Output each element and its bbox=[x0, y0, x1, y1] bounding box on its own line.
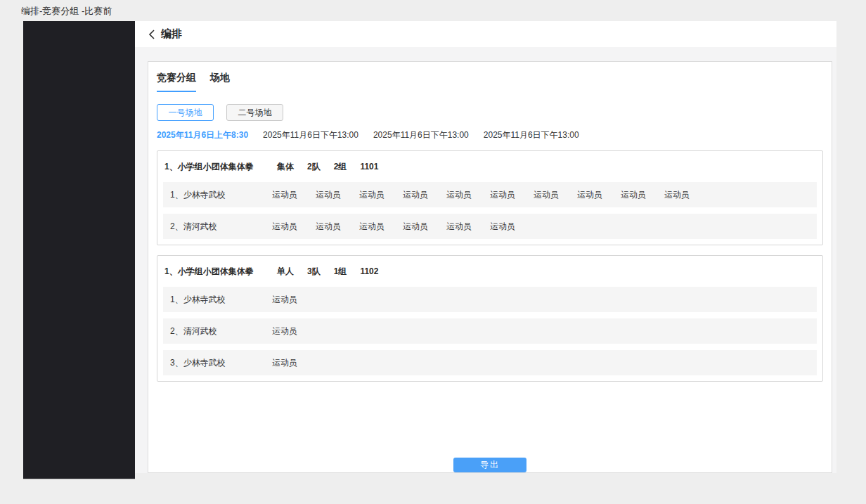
group-code: 1102 bbox=[360, 266, 378, 276]
group-group-count: 1组 bbox=[334, 266, 347, 278]
content-panel: 竞赛分组 场地 一号场地 二号场地 2025年11月6日上午8:30 2025年… bbox=[148, 61, 832, 473]
athlete-label: 运动员 bbox=[316, 221, 359, 233]
group-title: 1、小学组小团体集体拳 bbox=[164, 161, 277, 173]
tab-bar: 竞赛分组 场地 bbox=[157, 72, 823, 92]
athlete-label: 运动员 bbox=[272, 294, 316, 306]
team-name: 3、少林寺武校 bbox=[170, 357, 272, 369]
athlete-label: 运动员 bbox=[359, 221, 403, 233]
team-row: 1、少林寺武校 运动员 运动员 运动员 运动员 运动员 运动员 运动员 运动员 … bbox=[163, 182, 817, 207]
athlete-label: 运动员 bbox=[534, 189, 577, 201]
athlete-label: 运动员 bbox=[446, 221, 490, 233]
group-team-count: 3队 bbox=[307, 266, 321, 278]
athlete-label: 运动员 bbox=[403, 189, 446, 201]
athlete-label: 运动员 bbox=[446, 189, 490, 201]
venue-button-2[interactable]: 二号场地 bbox=[226, 104, 283, 121]
group-group-count: 2组 bbox=[334, 161, 347, 173]
venue-button-1[interactable]: 一号场地 bbox=[157, 104, 214, 121]
team-row: 2、清河武校 运动员 运动员 运动员 运动员 运动员 运动员 bbox=[163, 214, 817, 239]
team-row: 1、少林寺武校 运动员 bbox=[163, 287, 817, 312]
athlete-label: 运动员 bbox=[664, 189, 708, 201]
team-name: 2、清河武校 bbox=[170, 221, 272, 233]
export-button[interactable]: 导出 bbox=[453, 458, 526, 472]
athlete-label: 运动员 bbox=[490, 221, 534, 233]
group-title: 1、小学组小团体集体拳 bbox=[164, 266, 277, 278]
tab-venue[interactable]: 场地 bbox=[210, 72, 230, 92]
session-time-1[interactable]: 2025年11月6日上午8:30 bbox=[157, 129, 248, 141]
back-button[interactable] bbox=[146, 28, 158, 41]
athlete-label: 运动员 bbox=[272, 189, 316, 201]
athlete-label: 运动员 bbox=[272, 325, 316, 337]
athlete-label: 运动员 bbox=[359, 189, 403, 201]
session-selector: 2025年11月6日上午8:30 2025年11月6日下午13:00 2025年… bbox=[157, 129, 823, 141]
team-name: 1、少林寺武校 bbox=[170, 189, 272, 201]
group-code: 1101 bbox=[360, 162, 378, 172]
group-team-count: 2队 bbox=[307, 161, 321, 173]
chevron-left-icon bbox=[148, 30, 156, 39]
breadcrumb: 编排-竞赛分组 -比赛前 bbox=[21, 5, 112, 18]
group-header: 1、小学组小团体集体拳 集体 2队 2组 1101 bbox=[163, 151, 817, 182]
group-card-1: 1、小学组小团体集体拳 集体 2队 2组 1101 1、少林寺武校 运动员 运动… bbox=[157, 150, 823, 245]
tab-competition-grouping[interactable]: 竞赛分组 bbox=[157, 72, 196, 92]
page-header: 编排 bbox=[135, 21, 836, 47]
athlete-label: 运动员 bbox=[272, 221, 316, 233]
group-type: 集体 bbox=[277, 161, 294, 173]
export-row: 导出 bbox=[157, 458, 823, 472]
team-row: 2、清河武校 运动员 bbox=[163, 318, 817, 344]
group-type: 单人 bbox=[277, 266, 294, 278]
team-name: 1、少林寺武校 bbox=[170, 294, 272, 306]
athlete-label: 运动员 bbox=[490, 189, 534, 201]
athlete-label: 运动员 bbox=[621, 189, 664, 201]
athlete-label: 运动员 bbox=[272, 357, 316, 369]
athlete-label: 运动员 bbox=[403, 221, 446, 233]
team-row: 3、少林寺武校 运动员 bbox=[163, 350, 817, 375]
group-card-2: 1、小学组小团体集体拳 单人 3队 1组 1102 1、少林寺武校 运动员 2、… bbox=[157, 255, 823, 382]
group-header: 1、小学组小团体集体拳 单人 3队 1组 1102 bbox=[163, 256, 817, 287]
session-time-4[interactable]: 2025年11月6日下午13:00 bbox=[484, 129, 579, 141]
team-name: 2、清河武校 bbox=[170, 325, 272, 337]
page-title: 编排 bbox=[161, 27, 182, 41]
main-window: 编排 竞赛分组 场地 一号场地 二号场地 2025年11月6日上午8:30 20… bbox=[135, 21, 836, 473]
session-time-2[interactable]: 2025年11月6日下午13:00 bbox=[263, 129, 358, 141]
sidebar bbox=[23, 21, 135, 479]
session-time-3[interactable]: 2025年11月6日下午13:00 bbox=[373, 129, 469, 141]
athlete-label: 运动员 bbox=[577, 189, 621, 201]
athlete-label: 运动员 bbox=[316, 189, 359, 201]
venue-selector: 一号场地 二号场地 bbox=[157, 104, 823, 121]
